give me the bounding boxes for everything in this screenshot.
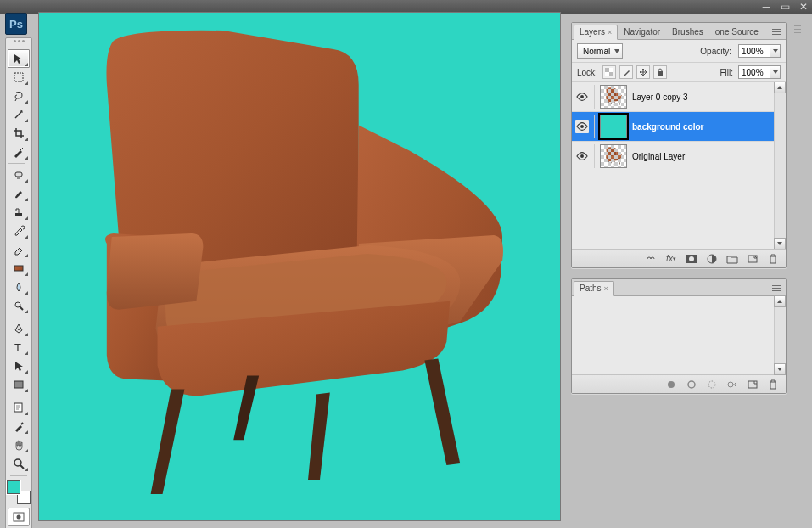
svg-point-12: [17, 515, 21, 520]
new-path-icon[interactable]: [745, 378, 760, 391]
paths-scrollbar[interactable]: [774, 296, 786, 374]
fill-path-icon[interactable]: [664, 378, 679, 391]
svg-rect-8: [14, 381, 23, 388]
layers-scrollbar[interactable]: [774, 82, 786, 249]
layer-list: Layer 0 copy 3background colorOriginal L…: [572, 82, 786, 249]
marquee-tool[interactable]: [8, 68, 30, 87]
blend-mode-select[interactable]: Normal: [577, 43, 623, 59]
tab-paths[interactable]: Paths×: [574, 281, 614, 296]
slice-tool[interactable]: [8, 143, 30, 161]
foreground-swatch[interactable]: [7, 480, 20, 494]
panel-menu-icon[interactable]: [770, 25, 782, 37]
svg-rect-4: [14, 266, 23, 271]
lock-transparency-icon[interactable]: [602, 65, 616, 79]
layer-name: Original Layer: [632, 152, 685, 161]
history-brush-tool[interactable]: [8, 222, 30, 240]
magic-wand-tool[interactable]: [8, 105, 30, 124]
tab-one-source[interactable]: one Source: [709, 25, 764, 39]
zoom-tool[interactable]: [8, 454, 30, 473]
tab-navigator[interactable]: Navigator: [618, 25, 666, 39]
lock-label: Lock:: [577, 68, 597, 77]
dodge-tool[interactable]: [8, 296, 30, 315]
layer-row[interactable]: Layer 0 copy 3: [572, 82, 774, 112]
fill-input[interactable]: [738, 65, 770, 79]
svg-rect-27: [748, 381, 757, 388]
color-swatches[interactable]: [7, 480, 31, 504]
opacity-flyout-icon[interactable]: [770, 44, 781, 58]
stroke-path-icon[interactable]: [684, 378, 699, 391]
visibility-toggle[interactable]: [575, 149, 589, 163]
paths-list: [572, 296, 786, 374]
tab-brushes[interactable]: Brushes: [666, 25, 709, 39]
mask-icon[interactable]: [684, 252, 699, 266]
new-layer-icon[interactable]: [745, 252, 760, 266]
svg-rect-2: [15, 172, 22, 177]
visibility-toggle[interactable]: [575, 120, 589, 133]
opacity-input[interactable]: [738, 44, 770, 58]
tab-layers[interactable]: Layers×: [574, 25, 618, 40]
panel-menu-icon[interactable]: [770, 282, 782, 294]
svg-point-20: [689, 256, 694, 261]
blur-tool[interactable]: [8, 278, 30, 296]
path-selection-tool[interactable]: [8, 357, 30, 375]
svg-text:T: T: [14, 341, 21, 353]
chair-image: [63, 23, 519, 498]
clone-stamp-tool[interactable]: [8, 203, 30, 222]
layer-row[interactable]: background color: [572, 112, 774, 142]
svg-point-10: [14, 459, 21, 466]
link-icon[interactable]: [643, 252, 658, 266]
document-canvas[interactable]: [39, 13, 560, 520]
notes-tool[interactable]: [8, 398, 30, 417]
lock-pixels-icon[interactable]: [619, 65, 633, 79]
rectangle-tool[interactable]: [8, 375, 30, 394]
layers-panel-tabs: Layers×NavigatorBrushesone Source: [572, 23, 786, 40]
svg-point-26: [728, 382, 733, 387]
quick-mask-toggle[interactable]: [8, 508, 30, 526]
group-icon[interactable]: [725, 252, 740, 266]
scroll-up-icon[interactable]: [774, 295, 786, 307]
svg-rect-1: [14, 73, 23, 81]
gradient-tool[interactable]: [8, 259, 30, 278]
svg-rect-3: [15, 213, 22, 216]
eraser-tool[interactable]: [8, 240, 30, 259]
move-tool[interactable]: [8, 49, 30, 68]
opacity-label: Opacity:: [700, 47, 731, 56]
restore-button[interactable]: ▭: [780, 2, 790, 12]
layer-name: Layer 0 copy 3: [632, 93, 688, 102]
close-button[interactable]: ✕: [798, 2, 809, 12]
crop-tool[interactable]: [8, 124, 30, 143]
svg-rect-16: [605, 68, 609, 72]
layer-row[interactable]: Original Layer: [572, 142, 774, 171]
minimize-button[interactable]: ─: [761, 2, 771, 12]
lock-all-icon[interactable]: [653, 65, 667, 79]
visibility-toggle[interactable]: [575, 90, 589, 104]
scroll-down-icon[interactable]: [774, 238, 786, 249]
eyedropper-tool[interactable]: [8, 417, 30, 435]
lock-position-icon[interactable]: [636, 65, 650, 79]
fill-flyout-icon[interactable]: [770, 65, 781, 79]
adjustment-icon[interactable]: [704, 252, 720, 266]
brush-tool[interactable]: [8, 184, 30, 203]
trash-icon[interactable]: [765, 378, 781, 391]
layers-panel: Layers×NavigatorBrushesone Source Normal…: [571, 22, 787, 268]
fill-label: Fill:: [720, 68, 733, 77]
healing-brush-tool[interactable]: [8, 166, 30, 184]
panel-dock-toggle[interactable]: [792, 22, 804, 36]
toolbox-grip[interactable]: [7, 40, 31, 47]
type-tool[interactable]: T: [8, 338, 30, 357]
layer-name: background color: [632, 122, 703, 132]
fx-icon[interactable]: fx▾: [664, 252, 679, 266]
selection-from-path-icon[interactable]: [704, 378, 720, 391]
svg-point-23: [668, 381, 675, 388]
svg-rect-18: [658, 71, 663, 76]
layers-footer: fx▾: [572, 249, 786, 267]
paths-footer: [572, 374, 786, 393]
canvas-area: [39, 13, 560, 520]
hand-tool[interactable]: [8, 435, 30, 454]
pen-tool[interactable]: [8, 319, 30, 338]
trash-icon[interactable]: [765, 252, 781, 266]
scroll-down-icon[interactable]: [774, 363, 786, 375]
path-from-selection-icon[interactable]: [725, 378, 740, 391]
scroll-up-icon[interactable]: [774, 82, 786, 93]
lasso-tool[interactable]: [8, 87, 30, 105]
